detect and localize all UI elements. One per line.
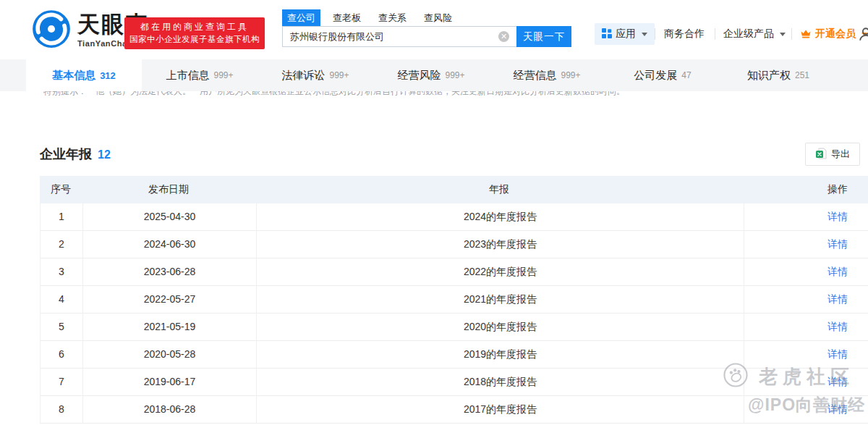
table-row: 82018-06-282017的年度报告详情 bbox=[40, 396, 868, 424]
nav-tab[interactable]: 上市信息999+ bbox=[142, 59, 258, 91]
nav-tab[interactable]: 知识产权251 bbox=[720, 59, 836, 91]
menu-business[interactable]: 商务合作 bbox=[664, 23, 705, 45]
table-row: 42022-05-272021的年度报告详情 bbox=[40, 286, 868, 314]
nav-tab-count: 999+ bbox=[561, 70, 580, 80]
detail-link[interactable]: 详情 bbox=[827, 321, 848, 332]
report-name: 2017的年度报告 bbox=[256, 396, 744, 424]
report-name: 2022的年度报告 bbox=[256, 258, 744, 286]
column-header-action: 操作 bbox=[743, 183, 868, 196]
export-button-label: 导出 bbox=[831, 148, 850, 161]
menu-divider bbox=[852, 28, 853, 40]
column-header-index: 序号 bbox=[40, 183, 82, 196]
publish-date: 2025-04-30 bbox=[82, 203, 256, 231]
nav-tab[interactable]: 历史信息 bbox=[836, 59, 868, 91]
excel-file-icon bbox=[815, 148, 827, 161]
nav-tab-label: 公司发展 bbox=[634, 69, 677, 83]
report-count-badge: 12 bbox=[98, 148, 111, 161]
detail-link[interactable]: 详情 bbox=[827, 348, 848, 360]
annual-report-table-body: 12025-04-302024的年度报告详情22024-06-302023的年度… bbox=[40, 203, 868, 424]
row-index: 5 bbox=[41, 314, 82, 341]
detail-link[interactable]: 详情 bbox=[827, 266, 848, 277]
row-index: 2 bbox=[41, 231, 82, 258]
annual-report-table: 序号 发布日期 年报 操作 12025-04-302024的年度报告详情2202… bbox=[40, 176, 868, 424]
nav-tab-label: 上市信息 bbox=[166, 69, 209, 83]
nav-tab-count: 999+ bbox=[213, 70, 233, 80]
nav-tab[interactable]: 基本信息312 bbox=[26, 59, 142, 91]
menu-divider bbox=[655, 28, 655, 40]
nav-tab[interactable]: 法律诉讼999+ bbox=[258, 59, 373, 91]
report-name: 2020的年度报告 bbox=[256, 314, 744, 341]
hint-text: 特别提示： 他（她）为法定代表人。 用户所见为天眼查根据企业公示信息对比分析后自… bbox=[43, 91, 868, 98]
detail-link[interactable]: 详情 bbox=[827, 376, 848, 387]
row-index: 4 bbox=[41, 286, 82, 314]
report-name: 2021的年度报告 bbox=[256, 286, 744, 314]
publish-date: 2022-05-27 bbox=[82, 286, 256, 314]
column-header-report: 年报 bbox=[255, 183, 743, 196]
menu-enterprise-label: 企业级产品 bbox=[723, 28, 774, 41]
table-row: 72019-06-172018的年度报告详情 bbox=[40, 369, 868, 396]
publish-date: 2018-06-28 bbox=[82, 396, 256, 424]
publish-date: 2019-06-17 bbox=[82, 369, 256, 396]
publish-date: 2021-05-19 bbox=[82, 314, 256, 341]
nav-tab-label: 基本信息 bbox=[52, 69, 95, 83]
table-header-row: 序号 发布日期 年报 操作 bbox=[40, 176, 868, 203]
row-index: 7 bbox=[41, 369, 82, 396]
menu-divider bbox=[715, 28, 715, 40]
menu-enterprise[interactable]: 企业级产品 bbox=[723, 23, 786, 45]
table-row: 62020-05-282019的年度报告详情 bbox=[40, 341, 868, 369]
publish-date: 2024-06-30 bbox=[82, 231, 256, 258]
nav-tab-count: 251 bbox=[795, 70, 809, 80]
nav-tab-label: 法律诉讼 bbox=[281, 69, 325, 83]
report-name: 2023的年度报告 bbox=[256, 231, 744, 258]
nav-items: 基本信息312上市信息999+法律诉讼999+经营风险999+经营信息999+公… bbox=[26, 59, 868, 91]
detail-link[interactable]: 详情 bbox=[827, 403, 848, 415]
report-name: 2018的年度报告 bbox=[256, 369, 744, 396]
site-header: 天眼查 TianYanCha.com 都在用的商业查询工具 国家中小企业发展子基… bbox=[0, 0, 868, 59]
menu-apps-label: 应用 bbox=[616, 28, 636, 41]
table-row: 22024-06-302023的年度报告详情 bbox=[40, 231, 868, 258]
row-index: 6 bbox=[41, 341, 82, 369]
apps-grid-icon bbox=[602, 28, 612, 41]
row-index: 8 bbox=[41, 396, 82, 424]
table-row: 12025-04-302024的年度报告详情 bbox=[40, 203, 868, 231]
publish-date: 2023-06-28 bbox=[82, 258, 256, 286]
table-row: 32023-06-282022的年度报告详情 bbox=[40, 258, 868, 286]
nav-tab[interactable]: 经营信息999+ bbox=[489, 59, 605, 91]
publish-date: 2020-05-28 bbox=[82, 341, 256, 369]
report-name: 2019的年度报告 bbox=[256, 341, 744, 369]
detail-link[interactable]: 详情 bbox=[827, 238, 848, 250]
nav-tab[interactable]: 公司发展47 bbox=[605, 59, 720, 91]
detail-link[interactable]: 详情 bbox=[827, 211, 848, 222]
menu-divider bbox=[791, 28, 792, 40]
nav-tab-label: 知识产权 bbox=[747, 69, 791, 83]
report-name: 2024的年度报告 bbox=[256, 203, 744, 231]
detail-link[interactable]: 详情 bbox=[827, 293, 848, 305]
nav-tab-count: 47 bbox=[681, 70, 691, 80]
header-menu: 应用 商务合作 企业级产品 开通会员 bbox=[0, 23, 868, 45]
menu-vip-label: 开通会员 bbox=[815, 28, 856, 41]
chevron-down-icon bbox=[780, 33, 786, 36]
nav-tab-label: 经营风险 bbox=[397, 69, 441, 83]
nav-tab[interactable]: 经营风险999+ bbox=[373, 59, 489, 91]
menu-business-label: 商务合作 bbox=[664, 28, 705, 41]
user-avatar-icon[interactable] bbox=[858, 23, 868, 45]
chevron-down-icon bbox=[642, 33, 647, 36]
hint-row: 特别提示： 他（她）为法定代表人。 用户所见为天眼查根据企业公示信息对比分析后自… bbox=[0, 91, 868, 100]
row-index: 1 bbox=[41, 203, 82, 231]
row-index: 3 bbox=[41, 258, 82, 286]
export-button[interactable]: 导出 bbox=[805, 143, 860, 166]
menu-apps[interactable]: 应用 bbox=[595, 23, 655, 45]
page-title: 企业年报 bbox=[40, 146, 92, 163]
nav-tab-count: 999+ bbox=[329, 70, 349, 80]
company-section-nav: 基本信息312上市信息999+法律诉讼999+经营风险999+经营信息999+公… bbox=[0, 59, 868, 91]
column-header-date: 发布日期 bbox=[82, 183, 255, 196]
nav-tab-count: 312 bbox=[100, 70, 116, 81]
nav-tab-count: 999+ bbox=[445, 70, 464, 80]
crown-icon bbox=[800, 28, 812, 41]
nav-tab-label: 经营信息 bbox=[513, 69, 556, 83]
table-row: 52021-05-192020的年度报告详情 bbox=[40, 314, 868, 341]
